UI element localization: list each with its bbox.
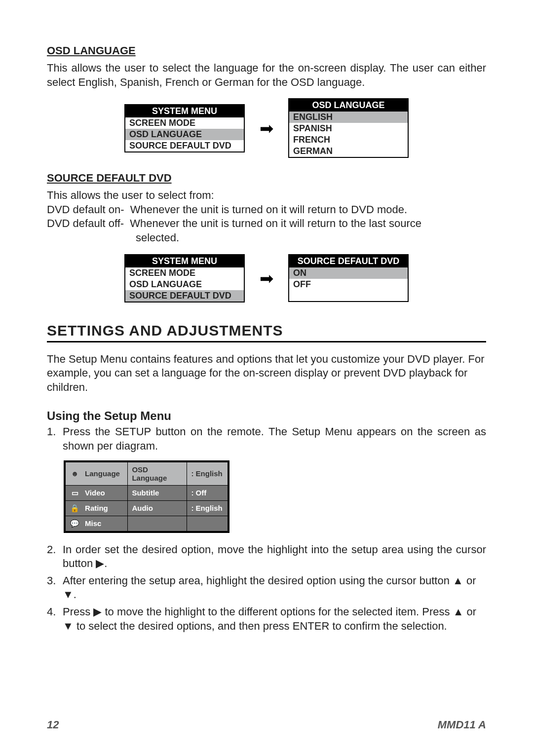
menu-item: GERMAN <box>289 146 408 157</box>
step-4-text-c: or <box>463 605 476 618</box>
step-2: 2. In order set the desired option, move… <box>47 543 486 571</box>
menu-item-selected: ON <box>289 267 408 279</box>
menu-item-selected: SOURCE DEFAULT DVD <box>125 290 244 302</box>
osd-language-desc: This allows the user to select the langu… <box>47 61 486 89</box>
step-3: 3. After entering the setup area, highli… <box>47 574 486 602</box>
sdd-off-label: DVD default off- <box>47 217 124 229</box>
menu-item: SCREEN MODE <box>125 117 244 129</box>
using-setup-menu-title: Using the Setup Menu <box>47 409 486 423</box>
step-3-text-a: After entering the setup area, highlight… <box>63 574 453 587</box>
tab-video: Video <box>81 485 128 500</box>
page-number: 12 <box>47 718 59 731</box>
step-2-text-a: In order set the desired option, move th… <box>63 543 486 570</box>
misc-icon: 💬 <box>66 516 81 531</box>
lock-icon: 🔒 <box>66 500 81 516</box>
menu-item: SOURCE DEFAULT DVD <box>125 140 244 151</box>
cursor-up-icon <box>453 605 464 618</box>
menu-header: SYSTEM MENU <box>125 255 244 267</box>
step-1-text: Press the SETUP button on the remote. Th… <box>63 425 486 453</box>
arrow-right-icon: ➡ <box>260 118 273 138</box>
step-2-text-b: . <box>104 557 107 569</box>
page-footer: 12 MMD11 A <box>47 718 486 731</box>
tab-misc: Misc <box>81 516 128 531</box>
val-audio: : English <box>187 500 228 516</box>
opt-audio: Audio <box>128 500 187 516</box>
model-number: MMD11 A <box>438 718 486 731</box>
step-4: 4. Press to move the highlight to the di… <box>47 605 486 633</box>
cursor-down-icon <box>63 620 74 632</box>
osd-menu-diagram: SYSTEM MENU SCREEN MODE OSD LANGUAGE SOU… <box>47 98 486 158</box>
osd-language-menu-box: OSD LANGUAGE ENGLISH SPANISH FRENCH GERM… <box>288 98 409 158</box>
system-menu-box-2: SYSTEM MENU SCREEN MODE OSD LANGUAGE SOU… <box>124 254 245 302</box>
opt-osd-language: OSD Language <box>128 462 187 485</box>
settings-intro: The Setup Menu contains features and opt… <box>47 352 486 395</box>
sdd-def-off: DVD default off- Whenever the unit is tu… <box>47 217 486 231</box>
arrow-right-icon: ➡ <box>260 268 273 288</box>
cursor-right-icon <box>96 557 104 569</box>
tab-language: Language <box>81 462 128 485</box>
sdd-intro: This allows the user to select from: <box>47 189 486 203</box>
step-4-text-b: to move the highlight to the different o… <box>102 605 453 618</box>
val-blank <box>187 516 228 531</box>
sdd-on-text: Whenever the unit is turned on it will r… <box>130 203 407 216</box>
cursor-up-icon <box>453 574 463 587</box>
menu-item: FRENCH <box>289 134 408 146</box>
menu-item: OFF <box>289 279 408 290</box>
step-3-text-c: . <box>74 588 76 601</box>
sdd-def-on: DVD default on- Whenever the unit is tur… <box>47 203 486 217</box>
menu-item-selected: OSD LANGUAGE <box>125 129 244 140</box>
step-1: 1. Press the SETUP button on the remote.… <box>47 425 486 453</box>
menu-header: SYSTEM MENU <box>125 105 244 117</box>
menu-item: OSD LANGUAGE <box>125 279 244 290</box>
sdd-menu-diagram: SYSTEM MENU SCREEN MODE OSD LANGUAGE SOU… <box>47 254 486 302</box>
osd-language-heading: OSD LANGUAGE <box>47 44 486 57</box>
step-4-text-d: to select the desired options, and then … <box>74 620 447 632</box>
menu-header: OSD LANGUAGE <box>289 99 408 112</box>
tab-rating: Rating <box>81 500 128 516</box>
menu-item: SCREEN MODE <box>125 267 244 279</box>
cursor-right-icon <box>93 605 102 618</box>
menu-header: SOURCE DEFAULT DVD <box>289 255 408 267</box>
sdd-on-label: DVD default on- <box>47 203 124 216</box>
menu-item-selected: ENGLISH <box>289 112 408 123</box>
opt-blank <box>128 516 187 531</box>
menu-item-blank <box>289 290 408 301</box>
system-menu-box-1: SYSTEM MENU SCREEN MODE OSD LANGUAGE SOU… <box>124 104 245 152</box>
sdd-def-off-cont: selected. <box>47 231 486 245</box>
video-icon: ▭ <box>66 485 81 500</box>
language-icon: ☻ <box>66 462 81 485</box>
step-4-text-a: Press <box>63 605 93 618</box>
source-default-dvd-heading: SOURCE DEFAULT DVD <box>47 172 486 185</box>
setup-menu-diagram: ☻ Language OSD Language : English ▭ Vide… <box>64 460 229 533</box>
opt-subtitle: Subtitle <box>128 485 187 500</box>
val-osd-language: : English <box>187 462 228 485</box>
settings-title: SETTINGS AND ADJUSTMENTS <box>47 322 486 342</box>
cursor-down-icon <box>63 588 74 601</box>
step-3-text-b: or <box>463 574 476 587</box>
val-subtitle: : Off <box>187 485 228 500</box>
source-default-menu-box: SOURCE DEFAULT DVD ON OFF <box>288 254 409 302</box>
sdd-off-text1: Whenever the unit is turned on it will r… <box>130 217 421 229</box>
menu-item: SPANISH <box>289 123 408 134</box>
